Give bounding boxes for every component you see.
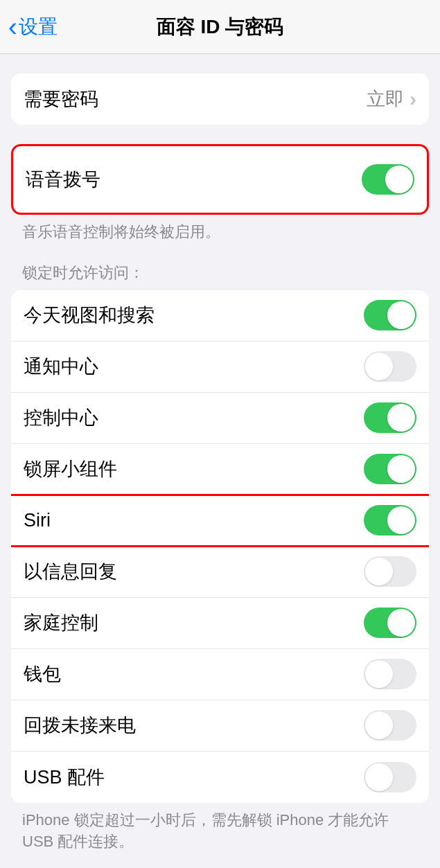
require-passcode-label: 需要密码 <box>24 87 367 112</box>
nav-header: ‹ 设置 面容 ID 与密码 <box>0 0 440 54</box>
lock-access-header: 锁定时允许访问： <box>0 263 440 290</box>
today-view-row: 今天视图和搜索 <box>11 290 429 342</box>
wallet-toggle[interactable] <box>364 659 416 689</box>
toggle-knob <box>365 660 393 688</box>
require-passcode-row[interactable]: 需要密码 立即 › <box>11 73 429 125</box>
today-view-label: 今天视图和搜索 <box>24 303 364 328</box>
callback-missed-row: 回拨未接来电 <box>11 700 429 752</box>
home-control-label: 家庭控制 <box>24 610 364 635</box>
back-button[interactable]: ‹ 设置 <box>8 14 58 40</box>
notification-center-row: 通知中心 <box>11 342 429 393</box>
require-passcode-group: 需要密码 立即 › <box>11 73 429 125</box>
usb-accessories-label: USB 配件 <box>24 765 364 790</box>
home-control-row: 家庭控制 <box>11 598 429 649</box>
toggle-knob <box>365 353 393 380</box>
notification-center-label: 通知中心 <box>24 354 364 379</box>
usb-accessories-toggle[interactable] <box>364 762 416 792</box>
reply-message-row: 以信息回复 <box>11 547 429 598</box>
usb-footer: iPhone 锁定超过一小时后，需先解锁 iPhone 才能允许 USB 配件连… <box>0 803 440 853</box>
voice-dial-label: 语音拨号 <box>26 167 362 192</box>
chevron-left-icon: ‹ <box>8 14 17 40</box>
control-center-toggle[interactable] <box>364 402 416 433</box>
reply-message-toggle[interactable] <box>364 556 416 587</box>
back-label: 设置 <box>19 14 58 40</box>
toggle-knob <box>385 166 413 193</box>
toggle-knob <box>387 301 415 329</box>
control-center-row: 控制中心 <box>11 393 429 444</box>
usb-accessories-row: USB 配件 <box>11 752 429 803</box>
reply-message-label: 以信息回复 <box>24 559 364 584</box>
toggle-knob <box>387 404 415 432</box>
require-passcode-value: 立即 <box>367 87 404 112</box>
lock-access-group: 今天视图和搜索 通知中心 控制中心 锁屏小组件 Siri <box>11 290 429 803</box>
voice-dial-group: 语音拨号 <box>11 144 429 215</box>
toggle-knob <box>365 558 393 585</box>
voice-dial-row: 语音拨号 <box>13 146 427 213</box>
wallet-label: 钱包 <box>24 662 364 687</box>
control-center-label: 控制中心 <box>24 405 364 430</box>
lock-widgets-toggle[interactable] <box>364 454 416 484</box>
voice-dial-footer: 音乐语音控制将始终被启用。 <box>0 215 440 243</box>
voice-dial-toggle[interactable] <box>362 164 414 195</box>
notification-center-toggle[interactable] <box>364 351 416 382</box>
siri-toggle[interactable] <box>364 505 416 535</box>
today-view-toggle[interactable] <box>364 300 416 330</box>
callback-missed-toggle[interactable] <box>364 710 416 741</box>
callback-missed-label: 回拨未接来电 <box>24 713 364 738</box>
wallet-row: 钱包 <box>11 649 429 700</box>
siri-row: Siri <box>11 495 429 547</box>
toggle-knob <box>365 711 393 739</box>
chevron-right-icon: › <box>410 87 416 111</box>
siri-label: Siri <box>24 510 364 531</box>
lock-widgets-row: 锁屏小组件 <box>11 444 429 495</box>
toggle-knob <box>387 455 415 483</box>
toggle-knob <box>365 763 393 791</box>
toggle-knob <box>387 609 415 637</box>
home-control-toggle[interactable] <box>364 608 416 638</box>
lock-widgets-label: 锁屏小组件 <box>24 457 364 481</box>
content: 需要密码 立即 › 语音拨号 音乐语音控制将始终被启用。 锁定时允许访问： 今天… <box>0 73 440 852</box>
page-title: 面容 ID 与密码 <box>157 14 284 40</box>
toggle-knob <box>387 506 415 534</box>
